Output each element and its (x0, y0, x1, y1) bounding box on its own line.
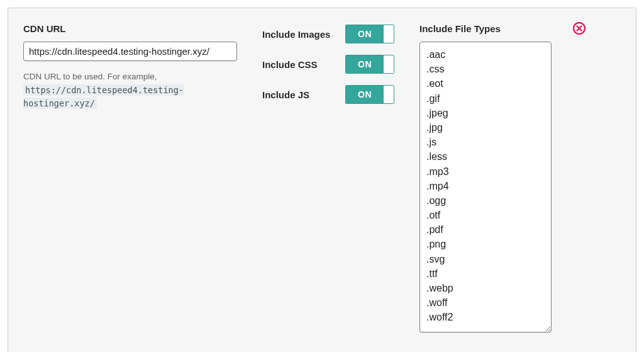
include-css-row: Include CSS ON (262, 55, 394, 74)
toggle-knob (384, 55, 394, 73)
include-css-toggle-state: ON (346, 55, 384, 73)
file-types-label: Include File Types (419, 23, 558, 34)
file-types-column: Include File Types (419, 23, 558, 335)
cdn-url-helper-text: CDN URL to be used. For example, (23, 72, 157, 81)
cdn-url-column: CDN URL CDN URL to be used. For example,… (23, 23, 237, 335)
close-circle-icon (573, 22, 586, 35)
include-images-row: Include Images ON (262, 25, 394, 43)
include-js-toggle-state: ON (346, 86, 384, 103)
include-js-row: Include JS ON (262, 85, 394, 104)
file-types-textarea[interactable] (419, 42, 552, 332)
cdn-mapping-panel: CDN URL CDN URL to be used. For example,… (8, 8, 636, 352)
remove-mapping-button[interactable] (573, 22, 586, 35)
toggle-knob (384, 25, 394, 43)
include-css-label: Include CSS (262, 59, 318, 70)
include-images-toggle-state: ON (346, 25, 384, 43)
cdn-url-input[interactable] (23, 42, 237, 61)
cdn-url-helper-example: https://cdn.litespeed4.testing-hostinger… (23, 84, 184, 110)
include-toggles-column: Include Images ON Include CSS ON Include… (262, 23, 394, 335)
include-css-toggle[interactable]: ON (345, 55, 394, 74)
cdn-url-helper: CDN URL to be used. For example, https:/… (23, 70, 237, 111)
include-js-toggle[interactable]: ON (345, 85, 394, 104)
include-images-label: Include Images (262, 29, 330, 40)
include-images-toggle[interactable]: ON (345, 25, 394, 43)
toggle-knob (384, 86, 394, 103)
cdn-url-label: CDN URL (23, 23, 237, 34)
include-js-label: Include JS (262, 89, 309, 100)
